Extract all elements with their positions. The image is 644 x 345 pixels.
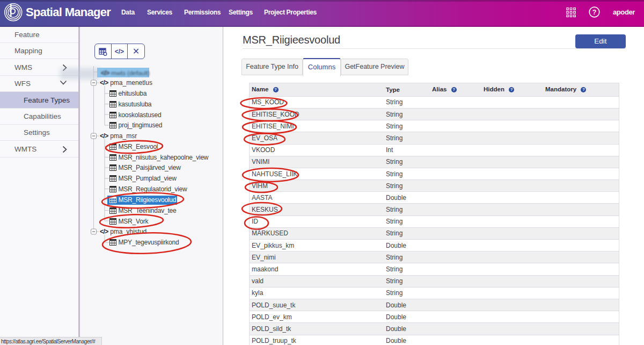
svg-text:?: ? <box>592 9 597 16</box>
